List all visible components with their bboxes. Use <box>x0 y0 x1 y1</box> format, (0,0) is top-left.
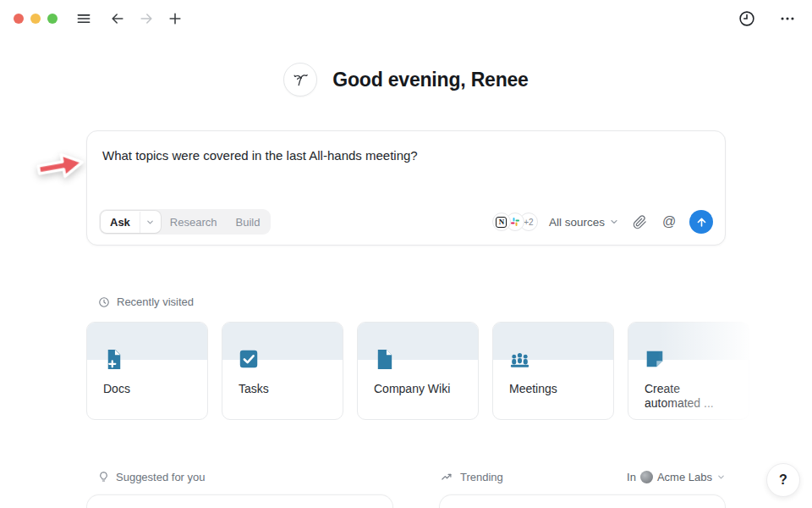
greeting-title: Good evening, Renee <box>332 69 528 91</box>
back-icon[interactable] <box>107 8 129 30</box>
automation-note-icon <box>644 348 666 373</box>
annotation-arrow <box>33 146 89 189</box>
help-button[interactable]: ? <box>766 463 800 497</box>
menu-icon[interactable] <box>73 8 95 30</box>
suggested-header: Suggested for you <box>86 471 206 483</box>
card-label: Docs <box>103 382 197 396</box>
suggested-section: Suggested for you <box>86 471 393 508</box>
recently-visited-cards: Docs Tasks Company Wiki Meetings <box>86 322 749 420</box>
greeting: Good evening, Renee <box>0 63 812 97</box>
card-docs[interactable]: Docs <box>86 322 208 420</box>
minimize-window-button[interactable] <box>30 14 41 24</box>
recently-visited-title: Recently visited <box>117 295 194 308</box>
workspace-logo <box>640 471 653 483</box>
lightbulb-icon <box>98 471 109 483</box>
card-label: Tasks <box>239 382 332 396</box>
composer-toolbar: Ask Research Build N <box>99 209 713 235</box>
history-icon[interactable] <box>736 8 758 30</box>
recently-visited-header: Recently visited <box>98 295 194 308</box>
traffic-lights <box>14 14 58 24</box>
mention-icon[interactable]: @ <box>660 213 678 231</box>
new-tab-icon[interactable] <box>164 8 186 30</box>
task-check-icon <box>238 348 260 373</box>
card-label: Company Wiki <box>374 382 468 396</box>
all-sources-label: All sources <box>549 216 605 229</box>
more-icon[interactable] <box>776 8 798 30</box>
workspace-prefix: In <box>627 471 636 483</box>
card-meetings[interactable]: Meetings <box>492 322 614 420</box>
all-sources-dropdown[interactable]: All sources <box>549 216 619 229</box>
chevron-down-icon[interactable] <box>140 211 161 233</box>
mode-build-button[interactable]: Build <box>227 211 270 233</box>
trending-card[interactable] <box>439 494 726 508</box>
card-label: Meetings <box>509 382 603 396</box>
submit-icon[interactable] <box>689 210 713 234</box>
meeting-people-icon <box>508 348 531 374</box>
zoom-window-button[interactable] <box>47 14 58 24</box>
workspace-name: Acme Labs <box>657 471 712 483</box>
doc-add-icon <box>102 348 125 374</box>
trending-up-icon <box>441 471 453 483</box>
workspace-selector[interactable]: In Acme Labs <box>627 471 726 483</box>
close-window-button[interactable] <box>14 14 24 24</box>
trending-title: Trending <box>460 471 503 483</box>
chevron-down-icon <box>716 472 726 482</box>
mode-ask-button[interactable]: Ask <box>101 211 161 233</box>
chevron-down-icon <box>609 217 619 227</box>
mode-ask-label: Ask <box>101 216 140 229</box>
card-create-automated[interactable]: Create automated ... <box>628 322 749 420</box>
card-company-wiki[interactable]: Company Wiki <box>357 322 479 420</box>
trending-section: Trending In Acme Labs <box>439 471 726 508</box>
card-tasks[interactable]: Tasks <box>222 322 343 420</box>
trending-header: Trending <box>439 471 503 483</box>
attachment-icon[interactable] <box>630 213 649 231</box>
suggested-card[interactable] <box>86 494 393 508</box>
query-input[interactable]: What topics were covered in the last All… <box>102 147 710 164</box>
mode-switcher: Ask Research Build <box>99 209 271 235</box>
forward-icon[interactable] <box>135 8 157 30</box>
notion-icon: N <box>492 213 511 231</box>
suggested-title: Suggested for you <box>116 471 206 483</box>
source-chips[interactable]: N +2 <box>492 213 538 231</box>
card-label: Create automated ... <box>645 382 738 411</box>
window-titlebar <box>0 0 812 37</box>
palm-tree-icon <box>283 63 317 97</box>
clock-icon <box>98 296 110 308</box>
ask-composer: What topics were covered in the last All… <box>86 130 726 246</box>
composer-actions: N +2 All sources <box>492 210 713 234</box>
mode-research-button[interactable]: Research <box>161 211 227 233</box>
wiki-doc-icon <box>373 348 396 374</box>
